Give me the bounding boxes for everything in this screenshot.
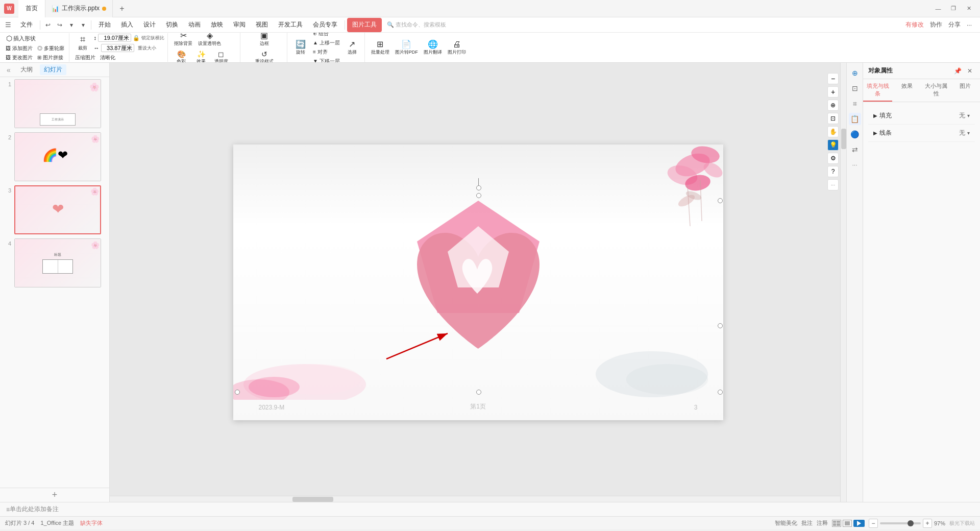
border-btn[interactable]: ▣ 边框 <box>244 33 284 48</box>
settings-side-btn[interactable]: ⚙ <box>827 153 839 164</box>
h-scrollbar[interactable] <box>110 496 840 502</box>
smart-beautify-btn[interactable]: 智能美化 <box>775 519 797 527</box>
effects-btn[interactable]: ✨ 效果 <box>192 49 210 63</box>
properties-side-icon[interactable]: 📋 <box>849 113 861 125</box>
up-layer-btn[interactable]: ▲ 上移一层 <box>311 39 341 47</box>
more-side-icon[interactable]: ··· <box>849 159 861 171</box>
view-side-icon[interactable]: ⊡ <box>849 82 861 94</box>
rp-tab-fill[interactable]: 填充与线条 <box>863 79 892 102</box>
print-btn[interactable]: 🖨 图片打印 <box>446 39 468 57</box>
slide-thumb-3[interactable]: 🌸 ❤ <box>14 185 101 234</box>
rp-tab-image[interactable]: 图片 <box>951 79 980 102</box>
canvas-area[interactable]: 2023.9-M 第1页 3 − + ⊕ ⊡ ✋ 💡 ⚙ ? ··· <box>110 63 846 502</box>
translate-btn[interactable]: 🌐 图片翻译 <box>422 38 444 57</box>
zoom-slider[interactable] <box>880 522 921 524</box>
undo-button[interactable]: ↩ <box>42 19 54 31</box>
share-action[interactable]: 分享 <box>948 20 961 29</box>
width-input[interactable] <box>98 34 131 42</box>
view-grid-btn[interactable] <box>832 520 841 527</box>
slides-tab[interactable]: 幻灯片 <box>40 64 66 75</box>
close-button[interactable]: ✕ <box>962 3 976 14</box>
slide-thumb-4[interactable]: 🌸 标题 <box>14 238 101 287</box>
hand-btn[interactable]: ✋ <box>827 126 839 137</box>
to-pdf-btn[interactable]: 📄 图片转PDF <box>393 38 420 57</box>
stroke-dropdown-icon[interactable]: ▾ <box>967 130 970 136</box>
menu-review[interactable]: 审阅 <box>228 18 251 32</box>
notes-bar[interactable]: ≡ 单击此处添加备注 <box>0 502 980 516</box>
align-btn[interactable]: ≡ 对齐 <box>311 48 341 56</box>
minimize-button[interactable]: — <box>931 3 945 14</box>
layers-side-icon[interactable]: ⊕ <box>849 67 861 79</box>
mosaic-btn[interactable]: ⊞ 图片拼接 <box>36 54 65 62</box>
menu-view[interactable]: 视图 <box>251 18 273 32</box>
left-panel-collapse[interactable]: « <box>4 66 13 74</box>
reset-style-btn[interactable]: ↺ 重设样式 <box>244 49 284 63</box>
slide-item-1[interactable]: 1 🌸 工作演示 <box>4 79 105 128</box>
sel-handle-bot-left[interactable] <box>235 390 240 395</box>
more-icon[interactable]: ··· <box>967 21 972 29</box>
undo-dropdown[interactable]: ▾ <box>66 19 77 31</box>
zoom-minus-btn[interactable]: − <box>869 519 878 528</box>
collab-action[interactable]: 协作 <box>930 20 942 29</box>
menu-file[interactable]: 文件 <box>15 18 38 32</box>
fill-dropdown-icon[interactable]: ▾ <box>967 113 970 118</box>
redo-dropdown[interactable]: ▾ <box>78 19 89 31</box>
slide-item-4[interactable]: 4 🌸 标题 <box>4 238 105 287</box>
v-scrollbar[interactable] <box>840 63 846 502</box>
rp-tab-size[interactable]: 大小与属性 <box>922 79 951 102</box>
tab-file[interactable]: 📊 工作演示.pptx <box>45 0 113 17</box>
add-slide-button[interactable]: + <box>0 488 109 502</box>
rotate-btn[interactable]: 🔄 旋转 <box>291 38 310 57</box>
layers-btn[interactable]: ⊕ <box>827 100 839 111</box>
batch-btn[interactable]: ⊞ 批量处理 <box>369 38 391 57</box>
rp-close-icon[interactable]: ✕ <box>965 66 975 76</box>
tab-home[interactable]: 首页 <box>18 0 45 17</box>
menu-insert[interactable]: 插入 <box>116 18 138 32</box>
slide-item-2[interactable]: 2 🌸 🌈❤ <box>4 132 105 181</box>
menu-animation[interactable]: 动画 <box>183 18 206 32</box>
help-btn[interactable]: ? <box>827 166 839 177</box>
rotate-handle[interactable] <box>476 185 481 190</box>
slide-thumb-2[interactable]: 🌸 🌈❤ <box>14 132 101 181</box>
menu-vip[interactable]: 会员专享 <box>308 18 342 32</box>
sel-handle-top-center[interactable] <box>476 193 481 198</box>
menu-start[interactable]: 开始 <box>93 18 116 32</box>
color-btn[interactable]: 🎨 色彩 <box>172 49 190 63</box>
view-single-btn[interactable] <box>843 520 852 527</box>
rp-tab-effects[interactable]: 效果 <box>892 79 921 102</box>
h-scroll-thumb[interactable] <box>292 497 333 502</box>
modify-action[interactable]: 有修改 <box>905 20 924 29</box>
multi-outline-btn[interactable]: ◎ 多重轮廓 <box>36 44 66 53</box>
font-missing[interactable]: 缺失字体 <box>80 519 103 527</box>
insert-shape-btn[interactable]: ⬡ 插入形状 <box>4 33 38 43</box>
lock-ratio-checkbox[interactable]: 🔒 <box>133 35 140 41</box>
menu-design[interactable]: 设计 <box>138 18 161 32</box>
zoom-out-btn[interactable]: − <box>827 73 839 84</box>
reset-size-btn[interactable]: 重设大小 <box>138 45 156 52</box>
sel-handle-bot-right[interactable] <box>718 390 723 395</box>
slide-thumb-1[interactable]: 🌸 工作演示 <box>14 79 101 128</box>
select-btn[interactable]: ↗ 选择 <box>343 38 361 57</box>
v-scroll-thumb[interactable] <box>841 129 846 149</box>
crop-side-icon[interactable]: ⌗ <box>849 98 861 110</box>
smart-btn[interactable]: 💡 <box>827 139 839 151</box>
restore-button[interactable]: ❐ <box>946 3 961 14</box>
menu-img-tools[interactable]: 图片工具 <box>347 18 382 32</box>
comments-btn[interactable]: 批注 <box>801 519 813 527</box>
clear-btn[interactable]: 清晰化 <box>99 54 117 62</box>
more-side-btn[interactable]: ··· <box>827 179 839 190</box>
remove-bg-btn[interactable]: ✂ 抠除背景 <box>172 33 194 48</box>
crop-btn[interactable]: ⌗ 裁剪 <box>74 33 92 53</box>
add-image-btn[interactable]: 🖼 添加图片 <box>4 44 34 53</box>
add-tab-button[interactable]: + <box>115 2 129 16</box>
outline-tab[interactable]: 大纲 <box>16 64 37 75</box>
sel-handle-top-right[interactable] <box>718 198 723 203</box>
replace-side-icon[interactable]: ⇄ <box>849 143 861 156</box>
combine-btn[interactable]: ⊕ 组合 <box>311 33 341 38</box>
fit-btn[interactable]: ⊡ <box>827 113 839 124</box>
transparency-btn[interactable]: ◻ 透明度 <box>212 49 230 63</box>
zoom-plus-btn[interactable]: + <box>923 519 932 528</box>
hamburger-icon[interactable]: ☰ <box>2 19 14 31</box>
zoom-in-btn[interactable]: + <box>827 86 839 98</box>
menu-transition[interactable]: 切换 <box>161 18 183 32</box>
